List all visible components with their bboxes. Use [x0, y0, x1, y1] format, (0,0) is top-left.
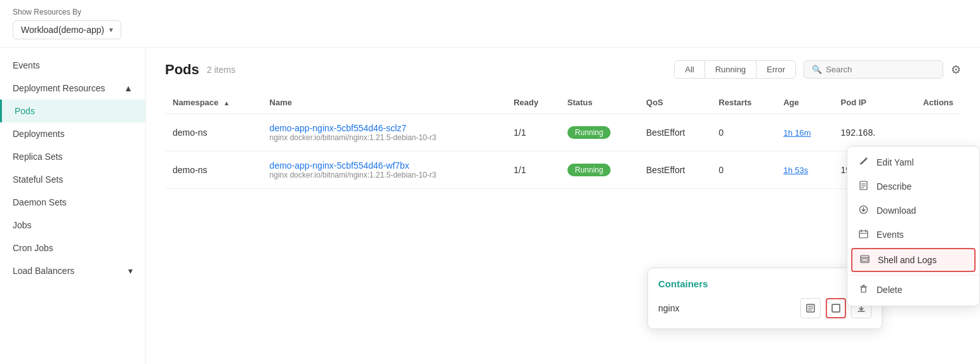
sidebar-item-daemon-sets[interactable]: Daemon Sets [0, 191, 145, 214]
age-link[interactable]: 1h 16m [783, 128, 811, 138]
events-label: Events [877, 230, 904, 240]
col-namespace[interactable]: Namespace ▲ [165, 91, 262, 114]
describe-label: Describe [877, 181, 911, 192]
edit-yaml-icon [858, 157, 869, 168]
cell-name: demo-app-nginx-5cbf554d46-sclz7 nginx do… [262, 114, 507, 152]
sidebar-item-pods[interactable]: Pods [0, 100, 145, 122]
status-badge: Running [567, 126, 611, 139]
cell-namespace: demo-ns [165, 152, 262, 189]
sort-icon: ▲ [223, 100, 230, 107]
cell-status: Running [560, 114, 639, 152]
sidebar-item-replica-sets[interactable]: Replica Sets [0, 145, 145, 168]
deployment-resources-label: Deployment Resources [13, 83, 105, 93]
gear-icon[interactable]: ⚙ [951, 63, 961, 77]
content-area: Pods 2 items All Running Error 🔍 ⚙ [146, 48, 980, 364]
main-layout: Events Deployment Resources ▲ Pods Deplo… [0, 48, 980, 364]
container-logs-button[interactable] [800, 298, 821, 318]
chevron-down-icon: ▾ [109, 25, 113, 34]
table-row: demo-ns demo-app-nginx-5cbf554d46-wf7bx … [165, 152, 961, 189]
context-menu-item-events[interactable]: Events [847, 223, 979, 247]
search-icon: 🔍 [812, 65, 822, 74]
cell-qos: BestEffort [639, 114, 711, 152]
delete-icon [858, 284, 869, 296]
age-link[interactable]: 1h 53s [783, 166, 808, 175]
context-menu-item-download[interactable]: Download [847, 198, 979, 223]
svg-rect-4 [832, 304, 840, 312]
context-menu-item-delete[interactable]: Delete [847, 278, 979, 302]
status-badge: Running [567, 164, 611, 176]
items-count: 2 items [207, 65, 235, 75]
load-balancers-label: Load Balancers [13, 266, 74, 276]
download-label: Download [877, 205, 916, 216]
col-restarts: Restarts [711, 91, 776, 114]
context-menu-item-shell-and-logs[interactable]: Shell and Logs [851, 248, 976, 272]
context-menu-item-edit-yaml[interactable]: Edit Yaml [847, 150, 979, 174]
container-name: nginx [658, 303, 679, 313]
svg-rect-11 [859, 231, 868, 238]
download-icon [858, 205, 869, 216]
context-menu: Edit Yaml Describe Download Events [847, 146, 980, 306]
shell-and-logs-icon [859, 254, 870, 266]
shell-and-logs-label: Shell and Logs [878, 255, 937, 265]
sidebar-section-deployment-resources[interactable]: Deployment Resources ▲ [0, 77, 145, 100]
workload-select[interactable]: Workload(demo-app) ▾ [13, 20, 121, 39]
cell-status: Running [560, 152, 639, 189]
edit-yaml-label: Edit Yaml [877, 157, 914, 167]
pods-table: Namespace ▲ Name Ready Status QoS Restar… [165, 91, 961, 189]
cell-restarts: 0 [711, 114, 776, 152]
col-status: Status [560, 91, 639, 114]
describe-icon [858, 181, 869, 192]
delete-label: Delete [877, 285, 902, 295]
container-row: nginx [658, 298, 871, 318]
container-shell-button[interactable] [826, 298, 846, 318]
pods-header: Pods 2 items All Running Error 🔍 ⚙ [165, 60, 961, 79]
filter-all-button[interactable]: All [675, 61, 705, 78]
col-age: Age [776, 91, 833, 114]
context-menu-item-describe[interactable]: Describe [847, 174, 979, 198]
sidebar-item-jobs[interactable]: Jobs [0, 214, 145, 237]
svg-rect-17 [862, 259, 868, 261]
sidebar-deployment-group: Pods Deployments Replica Sets Stateful S… [0, 100, 145, 259]
cell-namespace: demo-ns [165, 114, 262, 152]
col-name: Name [262, 91, 507, 114]
cell-age: 1h 53s [776, 152, 833, 189]
filter-error-button[interactable]: Error [757, 61, 795, 78]
col-ready: Ready [506, 91, 560, 114]
load-balancers-chevron: ▾ [128, 266, 133, 276]
pods-title: Pods [165, 62, 199, 78]
cell-ready: 1/1 [506, 152, 560, 189]
sidebar-item-events[interactable]: Events [0, 54, 145, 77]
col-qos: QoS [639, 91, 711, 114]
workload-select-value: Workload(demo-app) [21, 25, 104, 35]
filter-buttons: All Running Error [674, 60, 796, 79]
sidebar-item-cron-jobs[interactable]: Cron Jobs [0, 237, 145, 259]
menu-divider [847, 275, 979, 275]
cell-qos: BestEffort [639, 152, 711, 189]
cell-restarts: 0 [711, 152, 776, 189]
events-icon [858, 229, 869, 240]
show-resources-label: Show Resources By [13, 8, 967, 16]
sidebar: Events Deployment Resources ▲ Pods Deplo… [0, 48, 146, 364]
cell-name: demo-app-nginx-5cbf554d46-wf7bx nginx do… [262, 152, 507, 189]
col-pod-ip: Pod IP [833, 91, 900, 114]
deployment-resources-chevron: ▲ [124, 83, 133, 93]
sidebar-section-load-balancers[interactable]: Load Balancers ▾ [0, 259, 145, 282]
search-input[interactable] [826, 65, 935, 74]
table-row: demo-ns demo-app-nginx-5cbf554d46-sclz7 … [165, 114, 961, 152]
cell-age: 1h 16m [776, 114, 833, 152]
col-actions: Actions [900, 91, 961, 114]
containers-title: Containers [658, 278, 871, 289]
sidebar-item-deployments[interactable]: Deployments [0, 122, 145, 145]
search-box: 🔍 [804, 60, 943, 79]
cell-ready: 1/1 [506, 114, 560, 152]
sidebar-item-stateful-sets[interactable]: Stateful Sets [0, 168, 145, 191]
top-bar: Show Resources By Workload(demo-app) ▾ [0, 0, 980, 48]
svg-rect-18 [861, 287, 866, 292]
filter-running-button[interactable]: Running [705, 61, 757, 78]
